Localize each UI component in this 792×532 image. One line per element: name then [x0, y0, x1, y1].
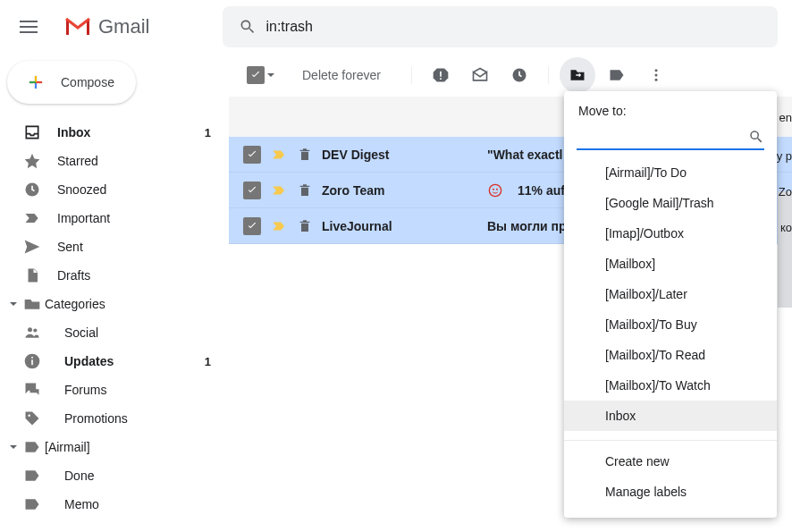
file-icon	[23, 266, 41, 284]
sidebar-item-label: Promotions	[64, 411, 128, 426]
labels-button[interactable]	[599, 57, 635, 93]
gmail-envelope-icon	[64, 17, 91, 37]
sidebar-item-label: Memo	[64, 497, 99, 511]
dropdown-create-new[interactable]: Create new	[564, 446, 777, 477]
search-bar[interactable]	[223, 6, 778, 47]
row-checkbox[interactable]	[243, 146, 261, 164]
row-edge-text: y р	[777, 149, 792, 163]
sidebar-item-label: Forums	[64, 383, 106, 397]
main-menu-button[interactable]	[7, 5, 50, 48]
important-icon[interactable]	[270, 182, 288, 198]
svg-point-1	[28, 327, 32, 332]
main-layout: Compose Inbox 1 Starred Snoozed Importan…	[0, 54, 792, 532]
sidebar-item-drafts[interactable]: Drafts	[0, 261, 229, 290]
hamburger-icon	[20, 21, 38, 33]
sidebar-item-promotions[interactable]: Promotions	[0, 404, 229, 433]
forum-icon	[23, 381, 41, 399]
sidebar-item-social[interactable]: Social	[0, 318, 229, 347]
sidebar-item-sent[interactable]: Sent	[0, 232, 229, 261]
people-icon	[23, 324, 41, 342]
sidebar-item-label: [Airmail]	[45, 440, 90, 454]
row-checkbox[interactable]	[243, 182, 261, 199]
sidebar-item-updates[interactable]: Updates 1	[0, 347, 229, 376]
move-to-dropdown: Move to: [Airmail]/To Do[Google Mail]/Tr…	[564, 91, 777, 518]
sidebar-item-airmail[interactable]: [Airmail]	[0, 433, 229, 461]
move-to-button[interactable]	[560, 57, 595, 93]
gmail-brand-text: Gmail	[98, 15, 149, 38]
trash-icon	[297, 219, 313, 233]
mark-read-button[interactable]	[462, 57, 498, 93]
inbox-icon	[23, 123, 41, 141]
trash-icon	[297, 148, 313, 162]
dropdown-option[interactable]: [Mailbox]/Later	[564, 279, 777, 309]
search-input[interactable]	[265, 19, 771, 35]
dropdown-search[interactable]	[577, 125, 764, 150]
sidebar-item-label: Social	[64, 325, 98, 340]
sidebar-item-label: Done	[64, 469, 94, 483]
dropdown-search-input[interactable]	[577, 130, 748, 144]
sidebar-item-starred[interactable]: Starred	[0, 147, 229, 175]
delete-forever-button[interactable]: Delete forever	[302, 68, 381, 82]
sidebar-item-label: Drafts	[57, 268, 90, 283]
svg-point-12	[654, 79, 657, 81]
svg-point-6	[28, 414, 30, 417]
svg-point-14	[493, 188, 494, 190]
svg-rect-4	[31, 359, 33, 365]
dropdown-option[interactable]: Inbox	[564, 401, 777, 431]
info-icon	[23, 352, 41, 370]
toolbar-separator	[548, 66, 549, 84]
tag-icon	[23, 410, 41, 427]
important-icon[interactable]	[270, 147, 288, 163]
label-icon	[23, 438, 41, 456]
sidebar-item-inbox[interactable]: Inbox 1	[0, 118, 229, 147]
dropdown-option[interactable]: [Mailbox]	[564, 249, 777, 279]
compose-button[interactable]: Compose	[7, 61, 136, 104]
sidebar-item-snoozed[interactable]: Snoozed	[0, 175, 229, 204]
check-icon	[249, 69, 262, 81]
dropdown-option[interactable]: [Mailbox]/To Watch	[564, 370, 777, 401]
svg-rect-7	[440, 72, 442, 77]
svg-point-2	[33, 328, 37, 332]
report-spam-button[interactable]	[423, 57, 459, 93]
svg-rect-8	[440, 78, 442, 80]
toolbar: Delete forever	[229, 54, 792, 97]
star-icon	[23, 152, 41, 170]
plus-icon	[21, 68, 50, 97]
dropdown-option[interactable]: [Mailbox]/To Read	[564, 340, 777, 370]
collapse-triangle-icon	[7, 300, 20, 308]
svg-point-13	[489, 184, 501, 196]
row-edge-text: Zo	[779, 185, 792, 198]
svg-point-10	[654, 69, 657, 72]
gmail-logo[interactable]: Gmail	[57, 15, 149, 38]
sidebar: Compose Inbox 1 Starred Snoozed Importan…	[0, 54, 229, 532]
sidebar-item-count: 1	[205, 355, 211, 368]
dropdown-option[interactable]: [Google Mail]/Trash	[564, 188, 777, 218]
row-sender: DEV Digest	[322, 148, 478, 162]
search-icon	[748, 129, 764, 145]
snooze-button[interactable]	[501, 57, 537, 93]
svg-point-15	[496, 188, 498, 190]
sidebar-item-forums[interactable]: Forums	[0, 376, 229, 404]
select-all-checkbox[interactable]	[243, 66, 279, 84]
important-icon	[23, 209, 41, 227]
scrollbar[interactable]	[778, 191, 792, 308]
sidebar-item-count: 1	[205, 126, 211, 139]
svg-rect-5	[31, 357, 33, 359]
clock-icon	[23, 181, 41, 198]
dropdown-option[interactable]: [Airmail]/To Do	[564, 157, 777, 188]
row-checkbox[interactable]	[243, 217, 261, 235]
compose-label: Compose	[61, 75, 114, 89]
sidebar-item-categories[interactable]: Categories	[0, 290, 229, 318]
search-icon[interactable]	[230, 9, 265, 45]
important-icon[interactable]	[270, 218, 288, 234]
dropdown-option[interactable]: [Imap]/Outbox	[564, 218, 777, 249]
sidebar-item-label: Categories	[45, 297, 105, 311]
sidebar-item-memo[interactable]: Memo	[0, 490, 229, 519]
more-button[interactable]	[638, 57, 674, 93]
sidebar-item-important[interactable]: Important	[0, 204, 229, 232]
sidebar-item-done[interactable]: Done	[0, 461, 229, 490]
dropdown-option[interactable]: Spam	[564, 431, 777, 435]
dropdown-option[interactable]: [Mailbox]/To Buy	[564, 309, 777, 340]
row-edge-text: ко	[780, 221, 792, 234]
dropdown-manage-labels[interactable]: Manage labels	[564, 477, 777, 507]
